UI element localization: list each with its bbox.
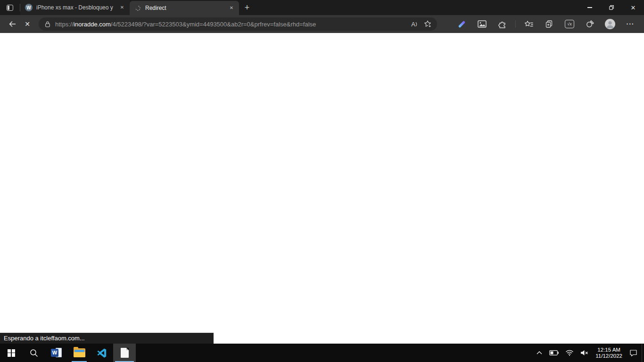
- tab-actions-menu-button[interactable]: [0, 0, 20, 15]
- url-scheme: https://: [55, 21, 74, 28]
- editor-pen-extension-button[interactable]: [454, 17, 469, 31]
- url-path: /4/5223498/?var=5223503&ymid=4493500&ab2…: [111, 21, 316, 28]
- settings-more-button[interactable]: ···: [623, 17, 637, 31]
- loading-spinner-icon: [134, 4, 141, 11]
- taskbar: W: [0, 344, 644, 362]
- windows-logo-icon: [8, 349, 15, 357]
- toolbar-extensions-area: √x ···: [454, 17, 639, 31]
- battery-status-button[interactable]: [547, 344, 561, 362]
- tab-redirect[interactable]: Redirect ✕: [130, 1, 239, 15]
- image-extension-button[interactable]: [475, 17, 489, 31]
- collections-button[interactable]: [542, 17, 556, 31]
- search-icon: [30, 349, 38, 357]
- taskbar-word-button[interactable]: W: [45, 344, 68, 362]
- start-button[interactable]: [0, 344, 23, 362]
- network-status-button[interactable]: [563, 344, 576, 362]
- back-button[interactable]: [5, 17, 20, 31]
- new-tab-button[interactable]: +: [239, 0, 255, 15]
- tab-close-button[interactable]: ✕: [227, 3, 236, 13]
- browser-tab-strip: W iPhone xs max - Desbloqueo y re ✕ Redi…: [0, 0, 644, 15]
- web-capture-icon: [586, 20, 594, 29]
- taskbar-document-app-button[interactable]: [113, 344, 136, 362]
- math-solver-icon: √x: [565, 20, 574, 28]
- restore-icon: [609, 5, 614, 10]
- address-bar[interactable]: https://inoradde.com/4/5223498/?var=5223…: [39, 17, 437, 31]
- star-add-icon: [423, 20, 432, 28]
- notification-icon: [629, 349, 637, 356]
- tab-title: Redirect: [145, 5, 223, 11]
- ellipsis-icon: ···: [627, 20, 635, 28]
- restore-button[interactable]: [601, 0, 622, 15]
- wifi-icon: [565, 350, 574, 356]
- window-controls: ✕: [579, 0, 644, 15]
- battery-icon: [549, 350, 559, 355]
- browser-toolbar: ✕ https://inoradde.com/4/5223498/?var=52…: [0, 15, 644, 33]
- read-aloud-button[interactable]: A: [408, 18, 421, 30]
- profile-avatar-icon: [605, 19, 615, 29]
- tab-close-button[interactable]: ✕: [117, 3, 127, 12]
- https-lock-icon[interactable]: [44, 21, 51, 28]
- pen-icon: [458, 20, 465, 28]
- profile-button[interactable]: [603, 17, 617, 31]
- minimize-icon: [587, 7, 592, 8]
- word-icon: W: [51, 348, 62, 358]
- read-aloud-icon: A: [411, 21, 415, 28]
- show-desktop-button[interactable]: [642, 344, 644, 362]
- back-arrow-icon: [8, 20, 16, 28]
- chevron-up-icon: [536, 351, 543, 355]
- volume-status-button[interactable]: [578, 344, 591, 362]
- favorites-button[interactable]: [522, 17, 536, 31]
- tab-title: iPhone xs max - Desbloqueo y re: [36, 4, 114, 11]
- math-solver-button[interactable]: √x: [562, 17, 577, 31]
- minimize-button[interactable]: [579, 0, 601, 15]
- vscode-icon: [97, 348, 107, 358]
- volume-muted-icon: [580, 350, 588, 356]
- page-content: [0, 33, 644, 344]
- tab-actions-icon: [7, 5, 13, 11]
- wordpress-favicon-icon: W: [25, 4, 33, 11]
- close-window-button[interactable]: ✕: [622, 0, 644, 15]
- url-domain: inoradde.com: [74, 21, 111, 28]
- search-button[interactable]: [23, 344, 45, 362]
- collections-icon: [545, 20, 554, 29]
- divider: [515, 20, 516, 28]
- puzzle-extensions-icon: [498, 20, 507, 29]
- tab-iphone-xs-max[interactable]: W iPhone xs max - Desbloqueo y re ✕: [20, 0, 130, 15]
- system-tray: 12:15 AM 11/12/2022: [534, 344, 644, 362]
- favorites-star-list-icon: [524, 20, 534, 28]
- action-center-button[interactable]: [627, 344, 640, 362]
- extensions-button[interactable]: [495, 17, 509, 31]
- file-explorer-icon: [74, 348, 85, 357]
- read-aloud-waves-icon: [415, 22, 418, 27]
- clock-date: 11/12/2022: [595, 353, 622, 359]
- tray-overflow-button[interactable]: [534, 344, 545, 362]
- url-text: https://inoradde.com/4/5223498/?var=5223…: [55, 21, 408, 28]
- document-icon: [121, 348, 129, 358]
- add-favorite-button[interactable]: [421, 18, 434, 30]
- web-capture-button[interactable]: [583, 17, 597, 31]
- taskbar-vscode-button[interactable]: [91, 344, 113, 362]
- image-icon: [478, 20, 487, 28]
- clock-time: 12:15 AM: [595, 347, 622, 353]
- desktop: W iPhone xs max - Desbloqueo y re ✕ Redi…: [0, 0, 644, 362]
- status-bar: Esperando a itcleffaom.com...: [0, 333, 214, 344]
- taskbar-file-explorer-button[interactable]: [68, 344, 91, 362]
- taskbar-clock[interactable]: 12:15 AM 11/12/2022: [593, 347, 625, 359]
- stop-loading-button[interactable]: ✕: [20, 17, 35, 31]
